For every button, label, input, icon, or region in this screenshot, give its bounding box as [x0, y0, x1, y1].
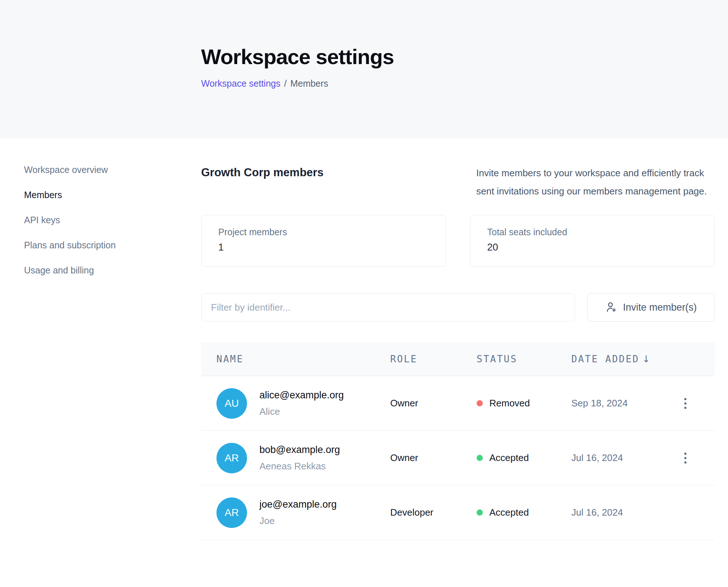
member-name: Aeneas Rekkas	[259, 461, 340, 472]
row-actions-menu-icon[interactable]	[681, 450, 689, 466]
member-role: Owner	[390, 452, 477, 464]
breadcrumb-current: Members	[290, 78, 328, 88]
avatar: AR	[216, 497, 247, 528]
stat-label: Total seats included	[487, 227, 698, 237]
page-title: Workspace settings	[201, 44, 728, 69]
stat-label: Project members	[218, 227, 429, 237]
invite-members-label: Invite member(s)	[623, 302, 697, 313]
member-role: Developer	[390, 507, 477, 518]
stat-value: 20	[487, 242, 698, 253]
sidebar-item-api-keys[interactable]: API keys	[24, 215, 60, 225]
member-name: Joe	[259, 515, 337, 527]
members-panel: Growth Corp members Invite members to yo…	[201, 138, 715, 540]
status-dot	[477, 400, 483, 406]
member-email: alice@example.org	[259, 390, 344, 401]
table-row: AR bob@example.org Aeneas Rekkas Owner A…	[201, 431, 715, 485]
table-row: AU alice@example.org Alice Owner Removed…	[201, 376, 715, 431]
filter-input[interactable]	[201, 293, 575, 322]
breadcrumb: Workspace settings/Members	[201, 78, 728, 89]
member-date-added: Jul 16, 2024	[571, 507, 682, 518]
status-dot	[477, 509, 483, 516]
stat-card-project-members: Project members 1	[201, 215, 446, 267]
sort-descending-icon: ↓	[642, 354, 650, 365]
member-email: bob@example.org	[259, 444, 340, 456]
stats-row: Project members 1 Total seats included 2…	[201, 215, 715, 267]
column-header-date-added[interactable]: DATE ADDED↓	[571, 354, 682, 365]
status-badge: Accepted	[489, 507, 529, 518]
stat-value: 1	[218, 242, 429, 253]
status-badge: Removed	[489, 398, 530, 409]
column-header-name: NAME	[216, 354, 390, 365]
page-header: Workspace settings Workspace settings/Me…	[0, 0, 728, 138]
table-row: AR joe@example.org Joe Developer Accepte…	[201, 485, 715, 540]
invite-members-button[interactable]: Invite member(s)	[587, 293, 715, 322]
avatar: AR	[216, 443, 247, 473]
sidebar-item-plans-and-subscription[interactable]: Plans and subscription	[24, 240, 116, 251]
column-header-status: STATUS	[477, 354, 571, 365]
breadcrumb-separator: /	[284, 78, 287, 88]
avatar: AU	[216, 388, 247, 419]
member-email: joe@example.org	[259, 499, 337, 510]
sidebar-item-usage-and-billing[interactable]: Usage and billing	[24, 265, 94, 276]
stat-card-total-seats: Total seats included 20	[470, 215, 715, 267]
member-role: Owner	[390, 398, 477, 409]
member-name: Alice	[259, 406, 344, 417]
member-date-added: Jul 16, 2024	[571, 452, 682, 464]
status-dot	[477, 455, 483, 461]
table-header-row: NAME ROLE STATUS DATE ADDED↓	[201, 342, 715, 376]
sidebar-item-members[interactable]: Members	[24, 190, 62, 200]
row-actions-menu-icon[interactable]	[681, 395, 689, 412]
section-description: Invite members to your workspace and eff…	[476, 164, 715, 200]
person-plus-icon	[606, 302, 617, 313]
settings-sidebar: Workspace overview Members API keys Plan…	[0, 138, 201, 540]
column-header-role: ROLE	[390, 354, 477, 365]
members-table: NAME ROLE STATUS DATE ADDED↓ AU alice@ex…	[201, 342, 715, 540]
member-date-added: Sep 18, 2024	[571, 398, 682, 409]
sidebar-item-workspace-overview[interactable]: Workspace overview	[24, 165, 108, 175]
section-heading: Growth Corp members	[201, 164, 324, 179]
breadcrumb-link-workspace-settings[interactable]: Workspace settings	[201, 78, 281, 88]
status-badge: Accepted	[489, 452, 529, 464]
